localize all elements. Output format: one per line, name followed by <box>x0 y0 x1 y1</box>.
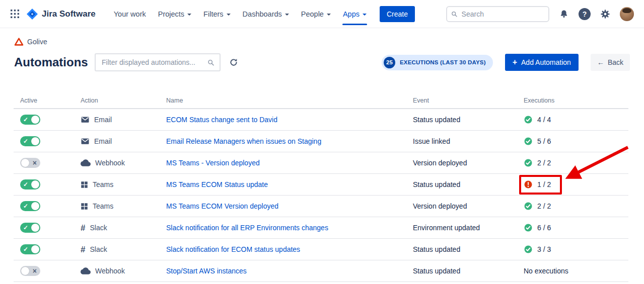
nav-item-label: Your work <box>114 10 146 18</box>
event-label: Status updated <box>413 180 460 188</box>
teams-icon <box>81 203 88 210</box>
back-arrow-icon: ← <box>597 58 604 66</box>
top-navigation: Jira Software Your workProjectsFiltersDa… <box>0 0 644 28</box>
executions-success-icon <box>524 115 533 124</box>
column-header-executions: Executions <box>524 97 628 104</box>
create-button[interactable]: Create <box>380 6 415 22</box>
notifications-icon[interactable] <box>557 8 570 21</box>
nav-item-label: Dashboards <box>243 10 282 18</box>
column-header-name: Name <box>166 97 413 104</box>
breadcrumb: Golive <box>14 36 644 47</box>
toggle-check-glyph: ✓ <box>23 138 28 144</box>
success-check-icon <box>524 202 533 211</box>
nav-item-label: Filters <box>203 10 223 18</box>
toggle-knob <box>21 159 29 167</box>
nav-item-projects[interactable]: Projects <box>153 7 196 22</box>
automation-name-link[interactable]: Slack notification for ECOM status updat… <box>166 245 300 253</box>
table-row: ✓ Teams MS Teams ECOM Version deployed V… <box>14 196 628 217</box>
executions-success-icon <box>524 137 533 146</box>
toolbar-right: 25 EXECUTIONS (LAST 30 DAYS) + Add Autom… <box>382 54 630 71</box>
automation-name-link[interactable]: MS Teams ECOM Status update <box>166 180 268 188</box>
event-label: Version deployed <box>413 202 467 210</box>
active-toggle[interactable]: ✓ <box>20 201 40 211</box>
automation-name-link[interactable]: Slack notification for all ERP Environme… <box>166 224 328 232</box>
automation-name-link[interactable]: ECOM Status change sent to David <box>166 116 277 124</box>
nav-item-people[interactable]: People <box>296 7 336 22</box>
primary-nav: Your workProjectsFiltersDashboardsPeople… <box>109 7 372 22</box>
active-toggle[interactable]: ✓ <box>20 179 40 190</box>
active-toggle[interactable]: ✓ <box>20 115 40 125</box>
executions-value: 2 / 2 <box>537 202 551 210</box>
automation-name-link[interactable]: Email Release Managers when issues on St… <box>166 137 321 145</box>
action-type-label: Teams <box>93 202 113 210</box>
webhook-icon <box>81 158 91 168</box>
toggle-cross-glyph: × <box>33 267 37 274</box>
nav-item-apps[interactable]: Apps <box>338 7 372 22</box>
active-toggle[interactable]: × <box>20 266 40 276</box>
teams-icon <box>81 181 88 188</box>
add-automation-button[interactable]: + Add Automation <box>505 54 579 71</box>
event-label: Issue linked <box>413 137 450 145</box>
column-header-event: Event <box>413 97 524 104</box>
back-button[interactable]: ← Back <box>591 54 630 71</box>
executions-badge[interactable]: 25 EXECUTIONS (LAST 30 DAYS) <box>382 55 493 70</box>
executions-value: 2 / 2 <box>537 159 551 167</box>
filter-input-box[interactable] <box>95 53 221 71</box>
chevron-down-icon <box>227 14 231 16</box>
help-icon[interactable]: ? <box>579 8 591 20</box>
automations-table: Active Action Name Event Executions ✓ Em… <box>14 96 628 282</box>
action-type-label: Teams <box>93 180 113 188</box>
success-check-icon <box>524 158 533 167</box>
nav-item-label: Apps <box>343 10 360 18</box>
brand-name: Jira Software <box>42 9 96 19</box>
user-avatar[interactable] <box>620 7 634 21</box>
filter-search-icon <box>207 59 214 66</box>
action-type-label: Webhook <box>95 159 125 167</box>
active-toggle[interactable]: × <box>20 158 40 168</box>
table-body: ✓ Email ECOM Status change sent to David… <box>14 109 628 282</box>
table-row: ✓ #Slack Slack notification for ECOM sta… <box>14 239 628 260</box>
error-exclamation-icon <box>524 180 533 189</box>
nav-item-your-work[interactable]: Your work <box>109 7 151 22</box>
golive-logo-icon <box>14 37 24 46</box>
toggle-knob <box>31 137 39 145</box>
slack-hash-glyph: # <box>81 245 85 254</box>
nav-item-label: People <box>301 10 324 18</box>
event-label: Status updated <box>413 116 460 124</box>
toggle-cross-glyph: × <box>33 159 37 166</box>
automation-name-link[interactable]: MS Teams ECOM Version deployed <box>166 202 278 210</box>
chevron-down-icon <box>285 14 289 16</box>
active-toggle[interactable]: ✓ <box>20 136 40 146</box>
toolbar: Automations 25 EXECUTIONS (LAST 30 DAYS)… <box>14 51 630 73</box>
nav-item-filters[interactable]: Filters <box>198 7 235 22</box>
jira-logo[interactable]: Jira Software <box>26 8 96 20</box>
table-header: Active Action Name Event Executions <box>14 96 628 109</box>
toggle-check-glyph: ✓ <box>23 225 28 231</box>
refresh-icon[interactable] <box>228 56 240 68</box>
active-toggle[interactable]: ✓ <box>20 223 40 233</box>
slack-icon: # <box>81 245 85 254</box>
nav-item-dashboards[interactable]: Dashboards <box>238 7 294 22</box>
table-row: × Webhook MS Teams - Version deployed Ve… <box>14 152 628 174</box>
table-row: ✓ Email ECOM Status change sent to David… <box>14 109 628 131</box>
chevron-down-icon <box>187 14 191 16</box>
filter-input[interactable] <box>101 58 204 67</box>
app-switcher-icon[interactable] <box>8 8 21 21</box>
column-header-action: Action <box>81 97 166 104</box>
global-search[interactable] <box>446 6 549 22</box>
active-toggle[interactable]: ✓ <box>20 244 40 254</box>
settings-gear-icon[interactable] <box>599 8 612 21</box>
toggle-knob <box>31 202 39 210</box>
slack-hash-glyph: # <box>81 224 85 232</box>
toggle-knob <box>31 245 39 253</box>
event-label: Status updated <box>413 245 460 253</box>
executions-value: 4 / 4 <box>537 116 551 124</box>
executions-error-icon <box>524 180 533 189</box>
search-icon <box>451 11 458 18</box>
automation-name-link[interactable]: MS Teams - Version deployed <box>166 159 260 167</box>
search-input[interactable] <box>461 10 544 19</box>
executions-success-icon <box>524 223 533 232</box>
automation-name-link[interactable]: Stop/Start AWS instances <box>166 267 247 275</box>
page-title: Automations <box>14 55 95 69</box>
breadcrumb-app-name[interactable]: Golive <box>27 38 47 46</box>
